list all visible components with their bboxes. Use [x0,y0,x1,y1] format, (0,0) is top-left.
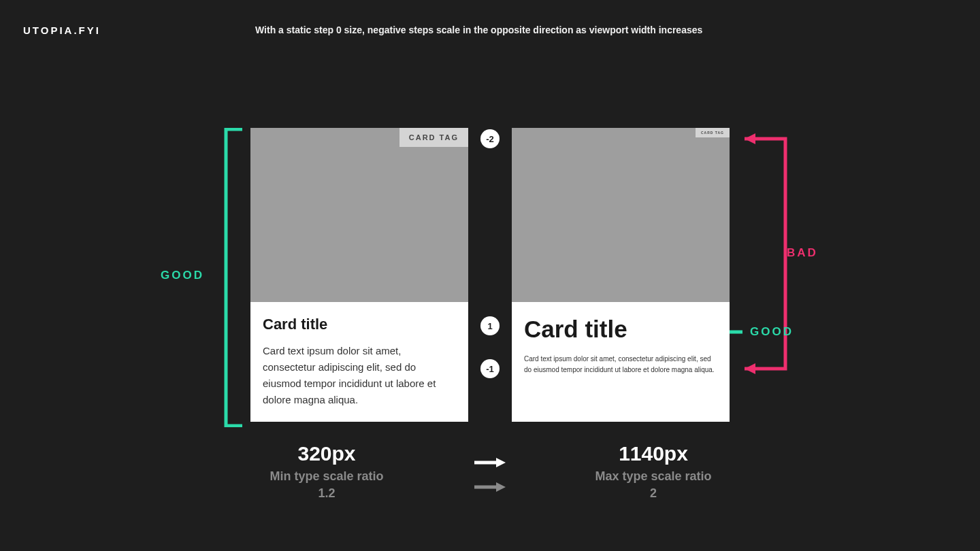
card-max-viewport: CARD TAG Card title Card text ipsum dolo… [512,128,730,422]
min-scale-col: 320px Min type scale ratio 1.2 [218,442,436,501]
card-text: Card text ipsum dolor sit amet, consecte… [263,343,456,408]
min-viewport-px: 320px [218,442,436,465]
label-good-left: GOOD [161,269,204,282]
card-image-placeholder: CARD TAG [250,128,468,302]
card-text: Card text ipsum dolor sit amet, consecte… [524,354,717,375]
brand-logo: UTOPIA.FYI [23,24,101,36]
card-image-placeholder: CARD TAG [512,128,730,302]
step-badge-neg2: -2 [480,129,500,148]
min-ratio-value: 1.2 [218,486,436,501]
card-tag: CARD TAG [399,128,468,147]
bottom-info: 320px Min type scale ratio 1.2 1140px Ma… [0,442,980,501]
max-scale-col: 1140px Max type scale ratio 2 [544,442,762,501]
step-badge-1: 1 [480,316,500,335]
label-good-right: GOOD [750,325,794,339]
max-ratio-value: 2 [544,486,762,501]
max-ratio-label: Max type scale ratio [544,469,762,484]
label-bad: BAD [787,246,818,260]
card-min-viewport: CARD TAG Card title Card text ipsum dolo… [250,128,468,422]
svg-marker-5 [496,458,506,467]
card-tag: CARD TAG [696,128,730,137]
arrow-right-icon [473,456,507,469]
card-title: Card title [524,316,717,343]
arrow-right-icon [473,481,507,493]
card-title: Card title [263,316,456,333]
max-viewport-px: 1140px [544,442,762,465]
diagram-stage: CARD TAG Card title Card text ipsum dolo… [0,128,980,422]
svg-marker-7 [496,482,506,492]
min-ratio-label: Min type scale ratio [218,469,436,484]
page-subtitle: With a static step 0 size, negative step… [255,24,702,35]
step-badge-neg1: -1 [480,359,500,378]
